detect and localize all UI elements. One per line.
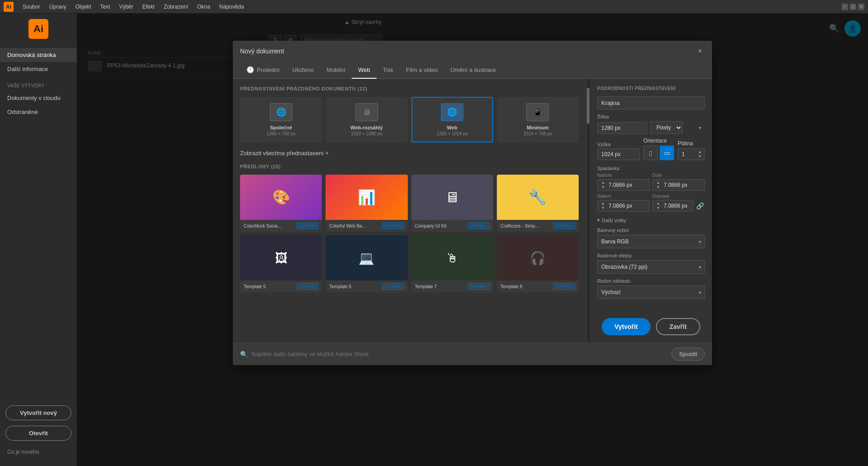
- preset-icon-2: 🌐: [441, 103, 463, 121]
- preset-icon-1: 🖥: [355, 103, 378, 121]
- bleed-top-steppers: ▲ ▼: [599, 181, 607, 190]
- create-document-button[interactable]: Vytvořit: [602, 318, 651, 335]
- more-options-toggle[interactable]: ▾ Další volby: [597, 217, 705, 223]
- template-card-5[interactable]: 💻 Template 6 ZDARMA: [326, 235, 407, 292]
- menu-item-objekt[interactable]: Objekt: [72, 2, 95, 12]
- create-new-button[interactable]: Vytvořit nový: [5, 405, 71, 420]
- color-mode-select[interactable]: Barva RGB Barva CMYK Stupně šedé: [597, 235, 705, 248]
- bleed-right-up[interactable]: ▲: [655, 201, 662, 206]
- close-modal-button[interactable]: Zavřít: [656, 318, 700, 335]
- search-stock-button[interactable]: Spustit: [671, 347, 705, 361]
- sidebar-item-home[interactable]: Domovská stránka: [0, 48, 77, 62]
- link-bleed-icon[interactable]: 🔗: [695, 201, 705, 210]
- bleed-right-wrap: ▲ ▼ 🔗: [652, 200, 705, 212]
- tab-mobile[interactable]: Mobilní: [320, 62, 352, 79]
- template-info-0: Colorblock Socia... ZDARMA: [240, 220, 322, 232]
- show-all-presets-link[interactable]: Zobrazit všechna přednastavení +: [240, 150, 579, 157]
- bleed-left-input[interactable]: [607, 200, 634, 211]
- color-mode-label: Barevný režim: [597, 228, 705, 233]
- landscape-button[interactable]: ▭: [660, 146, 674, 160]
- step-down-button[interactable]: ▼: [696, 154, 703, 159]
- menu-item-okna[interactable]: Okna: [193, 2, 214, 12]
- bleed-bottom-steppers: ▲ ▼: [655, 181, 662, 190]
- modal-overlay: Nový dokument × 🕐 Poslední Uloženo Mobil…: [77, 14, 868, 466]
- menu-item-upravy[interactable]: Úpravy: [46, 2, 70, 12]
- bleed-right-input[interactable]: [662, 200, 689, 211]
- plates-input[interactable]: [678, 149, 696, 160]
- bleed-top-down[interactable]: ▼: [599, 185, 607, 190]
- bleed-left-up[interactable]: ▲: [599, 201, 607, 206]
- maximize-button[interactable]: □: [850, 4, 856, 10]
- preview-label: Režim náhledu: [597, 278, 705, 284]
- template-card-2[interactable]: 🖥 Company UI Kit ZDARMA: [411, 175, 493, 232]
- template-card-3[interactable]: 🔧 Crafticons - Simp... ZDARMA: [497, 175, 579, 232]
- tab-web-label: Web: [358, 67, 370, 73]
- tab-art[interactable]: Umění a ilustrace: [444, 62, 502, 79]
- minimize-button[interactable]: −: [842, 4, 848, 10]
- portrait-button[interactable]: ▯: [643, 146, 658, 160]
- preset-card-0[interactable]: 🌐 Společné 1366 × 768 px: [240, 97, 322, 143]
- template-card-6[interactable]: 🖱 Template 7 ZDARMA: [411, 235, 493, 292]
- bleed-bottom-up[interactable]: ▲: [655, 181, 662, 185]
- plates-group: Plátna ▲ ▼: [678, 140, 705, 160]
- tab-saved[interactable]: Uloženo: [286, 62, 321, 79]
- preset-card-3[interactable]: 📱 Minimum 1024 × 768 px: [497, 97, 579, 143]
- stock-search-input[interactable]: [251, 351, 668, 357]
- template-card-7[interactable]: 🎧 Template 8 ZDARMA: [497, 235, 579, 292]
- sidebar-whats-new[interactable]: Co je nového: [0, 443, 77, 461]
- menu-bar: Ai Soubor Úpravy Objekt Text Výběr Efekt…: [0, 0, 868, 14]
- panel-section-title: Podrobnosti přednastavení: [597, 86, 705, 91]
- template-card-1[interactable]: 📊 Colorful Web Ba... ZDARMA: [326, 175, 407, 232]
- height-input-wrap: [597, 148, 640, 160]
- template-badge-2: ZDARMA: [468, 223, 490, 229]
- close-button[interactable]: ×: [858, 4, 864, 10]
- template-info-2: Company UI Kit ZDARMA: [411, 220, 493, 232]
- bleed-bottom-input[interactable]: [662, 180, 689, 190]
- sidebar-item-cloud-docs[interactable]: Dokumenty v cloudu: [0, 91, 77, 105]
- step-up-button[interactable]: ▲: [696, 150, 703, 154]
- preview-select[interactable]: Výchozí Pixel Přetisk: [597, 285, 705, 299]
- bleed-left-down[interactable]: ▼: [599, 206, 607, 210]
- recent-icon: 🕐: [246, 66, 254, 73]
- preset-card-1[interactable]: 🖥 Web-rozsáhlý 1920 × 1080 px: [326, 97, 407, 143]
- menu-item-vyber[interactable]: Výběr: [115, 2, 137, 12]
- scroll-track[interactable]: [586, 79, 590, 342]
- raster-select-wrap: Obrazovka (72 ppi) Střední (150 ppi) Vys…: [597, 260, 705, 274]
- menu-item-zobrazeni[interactable]: Zobrazení: [160, 2, 192, 12]
- template-name-5: Template 6: [329, 284, 351, 289]
- raster-select[interactable]: Obrazovka (72 ppi) Střední (150 ppi) Vys…: [597, 260, 705, 274]
- template-card-4[interactable]: 🖼 Template 5 ZDARMA: [240, 235, 322, 292]
- bleed-left-label: Nalevo: [597, 194, 650, 199]
- doc-name-input[interactable]: [597, 96, 705, 109]
- bleed-bottom-input-wrap: ▲ ▼: [652, 179, 705, 191]
- open-button[interactable]: Otevřít: [5, 426, 71, 441]
- tab-film-label: Film a video: [406, 67, 438, 73]
- ai-logo: Ai: [4, 2, 14, 12]
- tab-mobile-label: Mobilní: [326, 67, 345, 73]
- bleed-top-input[interactable]: [607, 180, 634, 190]
- width-input[interactable]: [599, 123, 627, 133]
- sidebar-item-deleted[interactable]: Odstraněné: [0, 105, 77, 119]
- menu-item-text[interactable]: Text: [96, 2, 113, 12]
- template-thumb-4: 🖼: [240, 235, 322, 281]
- bleed-top-up[interactable]: ▲: [599, 181, 607, 185]
- modal-close-button[interactable]: ×: [695, 46, 705, 56]
- bleed-bottom-down[interactable]: ▼: [655, 185, 662, 190]
- tab-web[interactable]: Web: [352, 62, 377, 79]
- tab-recent[interactable]: 🕐 Poslední: [240, 62, 286, 79]
- bleed-right-down[interactable]: ▼: [655, 206, 662, 210]
- templates-row2: 🖼 Template 5 ZDARMA 💻 Template 6: [240, 235, 579, 292]
- template-card-0[interactable]: 🎨 Colorblock Socia... ZDARMA: [240, 175, 322, 232]
- tab-print[interactable]: Tisk: [377, 62, 400, 79]
- menu-item-efekt[interactable]: Efekt: [139, 2, 158, 12]
- tab-film[interactable]: Film a video: [400, 62, 444, 79]
- menu-item-soubor[interactable]: Soubor: [19, 2, 44, 12]
- preset-name-1: Web-rozsáhlý: [330, 125, 403, 130]
- unit-select[interactable]: Pixely mm cm in pt: [651, 121, 683, 134]
- preset-card-2[interactable]: 🌐 Web 1280 × 1024 px: [411, 97, 493, 143]
- menu-item-napoveda[interactable]: Nápověda: [216, 2, 248, 12]
- sidebar-item-more-info[interactable]: Další informace: [0, 62, 77, 76]
- height-input[interactable]: [599, 149, 627, 160]
- preset-name-3: Minimum: [501, 125, 574, 130]
- preset-grid: 🌐 Společné 1366 × 768 px 🖥 Web-rozsáhlý …: [240, 97, 579, 143]
